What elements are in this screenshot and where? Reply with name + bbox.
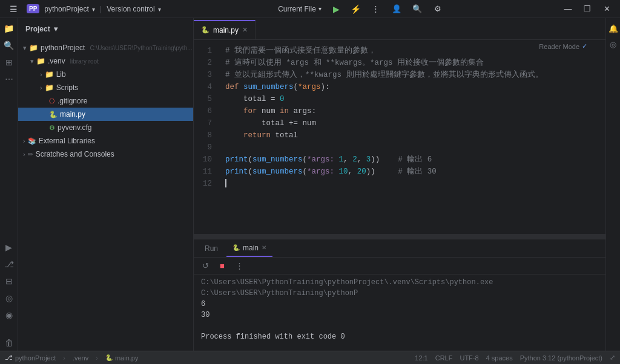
project-label: pythonProject (15, 354, 56, 362)
tree-item-label: Scripts (56, 83, 79, 92)
sidebar-item-layers[interactable]: ⊟ (1, 273, 17, 289)
status-py-icon: 🐍 (105, 354, 113, 361)
status-venv[interactable]: .venv (73, 354, 88, 362)
status-python[interactable]: Python 3.12 (pythonProject) (520, 354, 602, 362)
rerun-button[interactable]: ↺ (199, 259, 212, 273)
status-bar: ⎇ pythonProject › .venv › 🐍 main.py 12:1… (0, 351, 620, 364)
tree-item-label: Lib (56, 70, 66, 79)
indent-label: 4 spaces (486, 354, 513, 362)
settings-button[interactable]: ⚙ (429, 2, 446, 16)
profile-icon: 👤 (392, 4, 401, 13)
search-button[interactable]: 🔍 (409, 2, 426, 16)
chevron-right-icon: › (23, 137, 25, 145)
right-panel: 🔔 ◎ (605, 18, 620, 351)
status-file[interactable]: 🐍 main.py (105, 354, 139, 362)
lib-folder-icon: 📚 (28, 137, 36, 145)
status-position[interactable]: 12:1 (415, 354, 427, 362)
sidebar-title: Project (25, 25, 50, 33)
tab-label: main.py (213, 26, 239, 34)
tree-item-lib[interactable]: › 📁 Lib (18, 68, 193, 81)
expand-icon: ⤢ (610, 354, 615, 362)
folder-icon: 📁 (45, 70, 54, 79)
py-file-icon: 🐍 (49, 111, 58, 119)
line-numbers: 1 2 3 4 5 6 7 8 9 10 11 12 (194, 40, 218, 234)
sidebar-item-plugins[interactable]: ◎ (1, 290, 17, 306)
icon-bar: 📁 🔍 ⊞ ⋯ ▶ ⎇ ⊟ ◎ ◉ 🗑 (0, 18, 18, 351)
git-icon: ⎔ (49, 97, 55, 105)
sidebar-item-planet[interactable]: ◉ (1, 307, 17, 323)
console-output: C:\Users\USER\PythonTraining\pythonProje… (194, 275, 605, 351)
python-label: Python 3.12 (pythonProject) (520, 354, 602, 362)
line-ending-label: CRLF (435, 354, 453, 362)
status-encoding[interactable]: UTF-8 (460, 354, 478, 362)
code-editor[interactable]: # 我們需要一個函式接受任意數量的參數， # 這時可以使用 *args 和 **… (218, 40, 605, 234)
bottom-tab-close-button[interactable]: ✕ (262, 244, 266, 251)
sidebar-item-folder[interactable]: 📁 (1, 21, 17, 36)
version-control-button[interactable]: Version control ▾ (107, 5, 161, 13)
sidebar-header: Project ▾ (18, 18, 193, 40)
project-name-button[interactable]: pythonProject ▾ (44, 5, 95, 13)
sidebar-item-search[interactable]: 🔍 (1, 37, 17, 53)
titlebar-right: — ❐ ✕ (559, 2, 615, 16)
scratch-icon: ✏ (28, 151, 33, 158)
tree-item-scripts[interactable]: › 📁 Scripts (18, 81, 193, 94)
sidebar: Project ▾ ▾ 📁 pythonProject C:\Users\USE… (18, 18, 194, 351)
tab-mainpy[interactable]: 🐍 main.py ✕ (194, 20, 256, 39)
debug-button[interactable]: ⚡ (348, 2, 364, 16)
tree-item-venv[interactable]: ▾ 📁 .venv library root (18, 54, 193, 68)
chevron-down-icon: ▾ (23, 44, 27, 52)
current-file-button[interactable]: Current File ▾ (274, 4, 325, 15)
titlebar-center: Current File ▾ ▶ ⚡ ⋮ 👤 🔍 ⚙ (274, 2, 446, 16)
tree-item-pyvenv[interactable]: ⚙ pyvenv.cfg (18, 121, 193, 134)
cfg-icon: ⚙ (49, 124, 55, 132)
editor-panel: 🐍 main.py ✕ Reader Mode ✓ 1 2 3 4 5 6 7 (194, 18, 605, 351)
tab-run[interactable]: Run (199, 240, 224, 257)
bottom-tab-bar: Run 🐍 main ✕ (194, 239, 605, 258)
console-output-6: 6 (201, 299, 598, 310)
profile-button[interactable]: 👤 (388, 2, 405, 16)
minimize-button[interactable]: — (559, 2, 576, 16)
status-indent[interactable]: 4 spaces (486, 354, 513, 362)
bottom-panel: Run 🐍 main ✕ ↺ ■ ⋮ C:\Users\USER\PythonT… (194, 239, 605, 351)
tree-item-label: pythonProject (41, 44, 85, 52)
chevron-down-icon: ▾ (30, 57, 34, 65)
tab-close-button[interactable]: ✕ (242, 26, 248, 34)
sidebar-item-run[interactable]: ▶ (1, 239, 17, 255)
titlebar: ☰ PP pythonProject ▾ | Version control ▾… (0, 0, 620, 18)
reader-mode-button[interactable]: Reader Mode ✓ (539, 42, 587, 50)
tree-item-label: main.py (60, 110, 85, 119)
folder-icon: 📁 (36, 57, 45, 65)
venv-label: .venv (73, 354, 88, 362)
close-button[interactable]: ✕ (598, 2, 615, 16)
tab-main-py-icon: 🐍 (232, 244, 240, 251)
tree-item-scratches[interactable]: › ✏ Scratches and Consoles (18, 148, 193, 161)
chevron-right-icon: › (40, 84, 42, 91)
sidebar-item-git[interactable]: ⎇ (1, 256, 17, 272)
run-button[interactable]: ▶ (329, 2, 345, 16)
rss-button[interactable]: ◎ (605, 36, 621, 52)
tree-item-external[interactable]: › 📚 External Libraries (18, 134, 193, 148)
status-expand-icon[interactable]: ⤢ (610, 354, 615, 362)
restore-button[interactable]: ❐ (579, 2, 596, 16)
hamburger-menu-button[interactable]: ☰ (5, 2, 22, 16)
tree-item-label: .gitignore (58, 97, 87, 105)
sidebar-item-more[interactable]: ⋯ (1, 71, 17, 87)
chevron-right-icon: › (40, 71, 42, 78)
tree-item-label: .venv (48, 57, 65, 65)
horizontal-scrollbar[interactable] (194, 234, 605, 239)
stop-button[interactable]: ■ (216, 259, 229, 273)
tab-run-label: Run (205, 244, 218, 253)
run-more-button[interactable]: ⋮ (232, 259, 246, 273)
tab-py-icon: 🐍 (201, 26, 209, 34)
more-button[interactable]: ⋮ (368, 2, 384, 16)
tree-item-mainpy[interactable]: 🐍 main.py (18, 108, 193, 121)
bell-button[interactable]: 🔔 (605, 21, 621, 36)
status-branch[interactable]: ⎇ pythonProject (5, 354, 56, 362)
tree-item-gitignore[interactable]: ⎔ .gitignore (18, 94, 193, 108)
status-line-ending[interactable]: CRLF (435, 354, 453, 362)
settings-icon: ⚙ (434, 4, 441, 13)
sidebar-item-trash[interactable]: 🗑 (1, 335, 17, 351)
sidebar-item-structure[interactable]: ⊞ (1, 54, 17, 70)
tab-main[interactable]: 🐍 main ✕ (226, 240, 272, 257)
tree-item-pythonproject[interactable]: ▾ 📁 pythonProject C:\Users\USER\PythonTr… (18, 41, 193, 54)
